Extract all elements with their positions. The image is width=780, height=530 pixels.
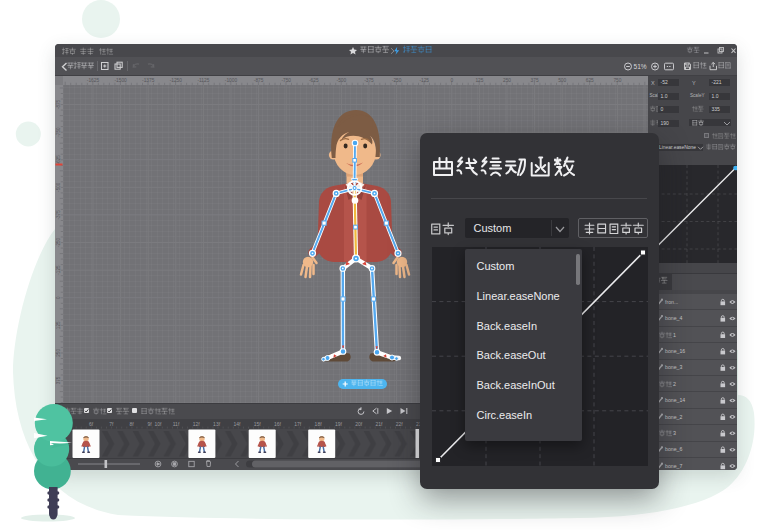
svg-text:8f: 8f (130, 421, 135, 427)
svg-text:10f: 10f (155, 421, 163, 427)
svg-text:16f: 16f (274, 421, 282, 427)
svg-text:12f: 12f (193, 421, 201, 427)
svg-text:11f: 11f (173, 421, 180, 427)
svg-text:19f: 19f (335, 421, 343, 427)
svg-text:9f: 9f (147, 421, 152, 427)
svg-text:18f: 18f (315, 421, 323, 427)
svg-text:15f: 15f (254, 421, 262, 427)
svg-text:17f: 17f (294, 421, 302, 427)
svg-text:14f: 14f (233, 421, 241, 427)
svg-text:13f: 13f (213, 421, 221, 427)
svg-text:21f: 21f (376, 421, 384, 427)
svg-text:22f: 22f (396, 421, 404, 427)
svg-text:20f: 20f (355, 421, 363, 427)
